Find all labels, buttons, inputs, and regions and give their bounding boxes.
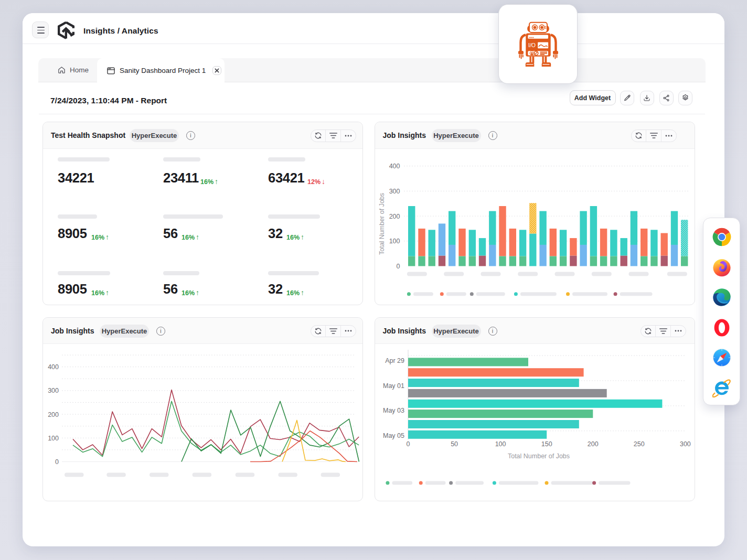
svg-text:Apr 29: Apr 29 bbox=[385, 357, 404, 364]
svg-text:300: 300 bbox=[389, 188, 400, 195]
svg-text:200: 200 bbox=[389, 213, 400, 220]
svg-text:May 01: May 01 bbox=[383, 382, 404, 389]
svg-text:Total Number of Jobs: Total Number of Jobs bbox=[378, 193, 385, 255]
svg-text:May 03: May 03 bbox=[383, 407, 404, 414]
svg-text:400: 400 bbox=[389, 163, 400, 170]
svg-text:0: 0 bbox=[55, 458, 59, 466]
svg-text:0: 0 bbox=[406, 440, 410, 448]
svg-text:0: 0 bbox=[396, 263, 400, 270]
svg-text:300: 300 bbox=[679, 440, 690, 448]
svg-text:200: 200 bbox=[587, 440, 598, 448]
svg-text:250: 250 bbox=[633, 440, 644, 448]
svg-text:May 05: May 05 bbox=[383, 432, 404, 439]
svg-text:100: 100 bbox=[48, 434, 59, 441]
svg-text:200: 200 bbox=[48, 411, 59, 418]
svg-text:100: 100 bbox=[495, 440, 506, 448]
svg-text:400: 400 bbox=[48, 363, 59, 371]
svg-text:50: 50 bbox=[451, 440, 458, 448]
svg-text:100: 100 bbox=[389, 238, 400, 245]
svg-text:300: 300 bbox=[48, 387, 59, 394]
svg-text:Total Number of Jobs: Total Number of Jobs bbox=[507, 453, 569, 460]
svg-text:I/O: I/O bbox=[528, 42, 536, 48]
svg-text:150: 150 bbox=[541, 440, 552, 448]
